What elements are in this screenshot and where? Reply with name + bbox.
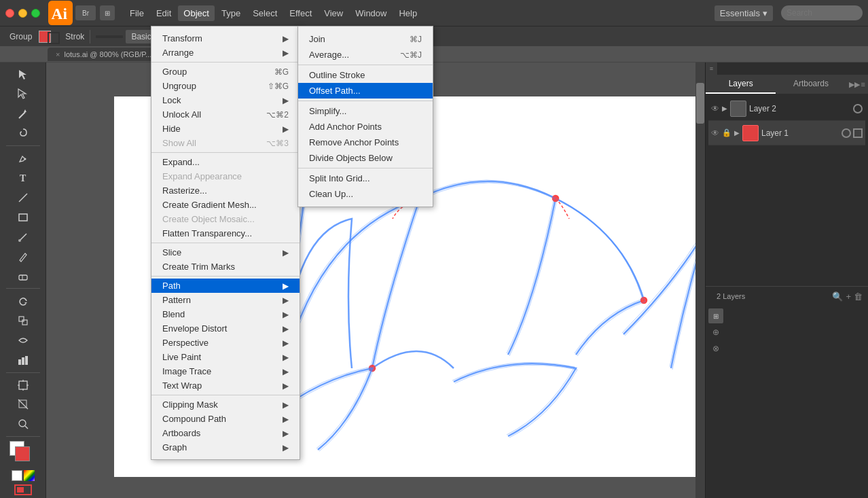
add-layer-icon[interactable]: +	[846, 291, 851, 302]
direct-selection-tool[interactable]	[3, 85, 43, 104]
menu-item-artboards[interactable]: Artboards ▶	[151, 426, 300, 440]
menu-item-create-object-mosaic[interactable]: Create Object Mosaic...	[151, 212, 300, 226]
line-tool[interactable]	[3, 188, 43, 207]
menu-edit[interactable]: Edit	[151, 5, 177, 21]
menu-item-image-trace[interactable]: Image Trace ▶	[151, 364, 300, 378]
rotate-tool[interactable]	[3, 291, 43, 310]
menu-item-text-wrap[interactable]: Text Wrap ▶	[151, 378, 300, 393]
path-average[interactable]: Average... ⌥⌘J	[298, 47, 433, 63]
menu-item-expand[interactable]: Expand...	[151, 155, 300, 169]
menu-item-blend[interactable]: Blend ▶	[151, 307, 300, 321]
menu-item-hide[interactable]: Hide ▶	[151, 122, 300, 136]
menu-item-path[interactable]: Path ▶	[151, 279, 300, 293]
bridge-btn[interactable]: Br	[75, 5, 96, 20]
menu-file[interactable]: File	[124, 5, 149, 21]
none-icon[interactable]	[12, 470, 22, 481]
layer-row-2[interactable]: 👁 ▶ Layer 2	[708, 96, 865, 121]
menu-item-perspective[interactable]: Perspective ▶	[151, 336, 300, 350]
menu-object[interactable]: Object	[178, 5, 215, 21]
menu-item-compound-path[interactable]: Compound Path ▶	[151, 412, 300, 426]
menu-item-graph[interactable]: Graph ▶	[151, 440, 300, 455]
menu-select[interactable]: Select	[247, 5, 283, 21]
path-outline-stroke[interactable]: Outline Stroke	[298, 67, 433, 83]
paintbrush-tool[interactable]	[3, 228, 43, 247]
delete-layer-icon[interactable]: 🗑	[854, 291, 863, 302]
menu-effect[interactable]: Effect	[284, 5, 317, 21]
zoom-tool[interactable]	[3, 414, 43, 433]
menu-item-show-all[interactable]: Show All ⌥⌘3	[151, 136, 300, 150]
expand-icon[interactable]: ▶▶	[849, 80, 860, 89]
menu-help[interactable]: Help	[393, 5, 422, 21]
menu-item-lock[interactable]: Lock ▶	[151, 93, 300, 107]
search-box[interactable]	[781, 5, 863, 20]
path-offset-path[interactable]: Offset Path...	[298, 83, 433, 99]
menu-item-arrange[interactable]: Arrange ▶	[151, 46, 300, 60]
menu-item-ungroup[interactable]: Ungroup ⇧⌘G	[151, 79, 300, 93]
expand-arrow-1[interactable]: ▶	[734, 129, 740, 137]
pencil-tool[interactable]	[3, 247, 43, 266]
menu-item-rasterize[interactable]: Rasterize...	[151, 183, 300, 198]
gradient-icon[interactable]	[24, 470, 35, 481]
magic-wand-tool[interactable]	[3, 105, 43, 124]
path-add-anchor[interactable]: Add Anchor Points	[298, 119, 433, 135]
menu-item-unlock-all[interactable]: Unlock All ⌥⌘2	[151, 107, 300, 122]
menu-type[interactable]: Type	[216, 5, 246, 21]
essentials-dropdown[interactable]: Essentials ▾	[715, 5, 773, 21]
expand-arrow-2[interactable]: ▶	[722, 105, 727, 112]
eye-icon-2[interactable]: 👁	[711, 104, 719, 113]
path-split-grid[interactable]: Split Into Grid...	[298, 171, 433, 186]
stroke-color-swatch[interactable]	[48, 32, 60, 44]
maximize-button[interactable]	[31, 9, 40, 18]
arrange-btn[interactable]: ⊞	[100, 5, 115, 20]
vscroll-thumb[interactable]	[696, 83, 704, 124]
path-divide-below[interactable]: Divide Objects Below	[298, 150, 433, 166]
minimize-button[interactable]	[18, 9, 27, 18]
warp-tool[interactable]	[3, 331, 43, 350]
panel-icon-btn-3[interactable]: ⊗	[708, 341, 723, 356]
menu-item-expand-appearance[interactable]: Expand Appearance	[151, 169, 300, 183]
document-tab[interactable]: × lotus.ai @ 800% (RGB/P...	[48, 48, 160, 61]
menu-item-live-paint[interactable]: Live Paint ▶	[151, 350, 300, 364]
rect-tool[interactable]	[3, 208, 43, 227]
menu-item-pattern[interactable]: Pattern ▶	[151, 293, 300, 307]
eraser-tool[interactable]	[3, 266, 43, 285]
layer-row-1[interactable]: 👁 🔒 ▶ Layer 1	[708, 121, 865, 145]
artboards-tab[interactable]: Artboards	[776, 75, 846, 94]
stroke-swatch-icon[interactable]	[15, 446, 30, 461]
path-simplify[interactable]: Simplify...	[298, 103, 433, 119]
pen-tool[interactable]	[3, 149, 43, 168]
column-graph-tool[interactable]	[3, 351, 43, 370]
search-layers-icon[interactable]: 🔍	[832, 291, 843, 302]
scale-tool[interactable]	[3, 311, 43, 330]
tab-close-icon[interactable]: ×	[56, 50, 60, 58]
menu-window[interactable]: Window	[350, 5, 392, 21]
menu-item-create-gradient-mesh[interactable]: Create Gradient Mesh...	[151, 198, 300, 212]
slice-tool[interactable]	[3, 395, 43, 414]
menu-item-envelope-distort[interactable]: Envelope Distort ▶	[151, 321, 300, 336]
divider1	[90, 30, 90, 43]
panel-icon-btn-1[interactable]: ⊞	[708, 308, 723, 323]
layers-tab[interactable]: Layers	[706, 75, 776, 94]
artboard-tool[interactable]	[3, 376, 43, 395]
path-join[interactable]: Join ⌘J	[298, 31, 433, 47]
vscroll[interactable]	[695, 63, 705, 498]
close-button[interactable]	[5, 9, 14, 18]
menu-item-group[interactable]: Group ⌘G	[151, 65, 300, 79]
path-clean-up[interactable]: Clean Up...	[298, 186, 433, 202]
type-tool[interactable]: T	[3, 168, 43, 188]
eye-icon-1[interactable]: 👁	[711, 128, 719, 138]
panel-icon-btn-2[interactable]: ⊕	[708, 325, 723, 340]
path-remove-anchor[interactable]: Remove Anchor Points	[298, 135, 433, 150]
menu-item-slice[interactable]: Slice ▶	[151, 245, 300, 260]
menu-item-create-trim-marks[interactable]: Create Trim Marks	[151, 260, 300, 274]
panel-menu-icon[interactable]: ≡	[861, 80, 865, 88]
menu-item-clipping-mask[interactable]: Clipping Mask ▶	[151, 397, 300, 412]
selection-tool[interactable]	[3, 65, 43, 84]
stroke-label: Strok	[65, 32, 84, 41]
menu-item-transform[interactable]: Transform ▶	[151, 31, 300, 46]
lasso-tool[interactable]	[3, 124, 43, 143]
menu-item-flatten-transparency[interactable]: Flatten Transparency...	[151, 226, 300, 241]
menu-view[interactable]: View	[319, 5, 348, 21]
search-input[interactable]	[786, 8, 857, 18]
drawing-mode-btn[interactable]	[14, 484, 32, 495]
